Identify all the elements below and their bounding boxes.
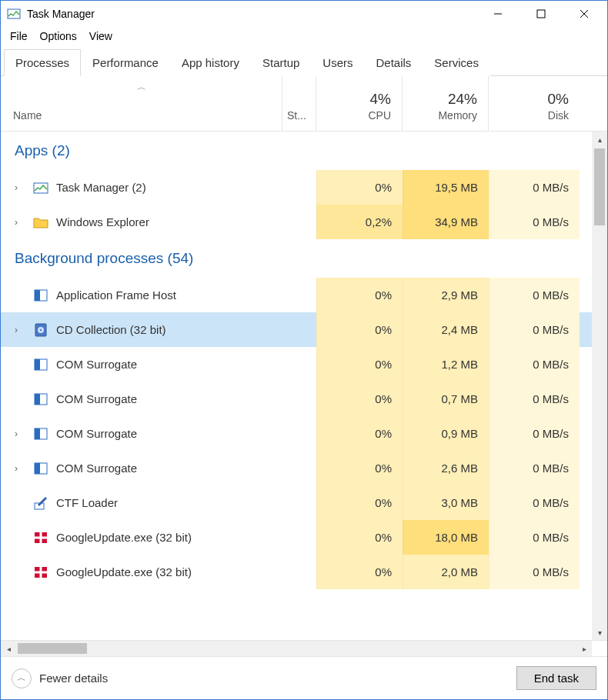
memory-cell: 19,5 MB bbox=[403, 170, 489, 205]
maximize-button[interactable] bbox=[519, 1, 563, 27]
process-row[interactable]: ›Task Manager (2)0%19,5 MB0 MB/s bbox=[1, 170, 592, 205]
disk-cell: 0 MB/s bbox=[489, 451, 580, 485]
memory-cell: 2,4 MB bbox=[403, 312, 489, 347]
column-name[interactable]: ︿ Name bbox=[1, 76, 282, 131]
process-row[interactable]: GoogleUpdate.exe (32 bit)0%18,0 MB0 MB/s bbox=[1, 520, 592, 555]
process-name: COM Surrogate bbox=[56, 462, 137, 475]
disk-cell: 0 MB/s bbox=[489, 555, 580, 589]
disk-cell: 0 MB/s bbox=[489, 382, 580, 416]
winapp-icon bbox=[33, 392, 48, 407]
disk-cell: 0 MB/s bbox=[489, 485, 580, 520]
column-memory[interactable]: 24% Memory bbox=[403, 76, 489, 131]
tab-performance[interactable]: Performance bbox=[81, 49, 170, 76]
expand-icon[interactable]: › bbox=[15, 217, 25, 228]
cpu-cell: 0% bbox=[316, 278, 403, 312]
tab-processes[interactable]: Processes bbox=[4, 49, 81, 76]
task-manager-window: Task Manager File Options View Processes… bbox=[0, 0, 608, 700]
scrollbar-thumb[interactable] bbox=[594, 148, 605, 225]
cpu-cell: 0% bbox=[316, 312, 403, 347]
memory-cell: 18,0 MB bbox=[403, 520, 489, 555]
memory-cell: 3,0 MB bbox=[403, 485, 489, 520]
process-row[interactable]: COM Surrogate0%0,7 MB0 MB/s bbox=[1, 382, 592, 416]
process-name: COM Surrogate bbox=[56, 427, 137, 440]
svg-rect-2 bbox=[537, 10, 545, 18]
process-name: CD Collection (32 bit) bbox=[56, 323, 166, 336]
disk-cell: 0 MB/s bbox=[489, 347, 580, 382]
tabstrip: Processes Performance App history Startu… bbox=[1, 48, 607, 76]
cpu-cell: 0% bbox=[316, 170, 403, 205]
svg-rect-18 bbox=[35, 463, 40, 474]
winapp-icon bbox=[33, 288, 48, 303]
footer: ︿ Fewer details End task bbox=[1, 656, 607, 699]
svg-rect-16 bbox=[35, 428, 40, 439]
process-row[interactable]: COM Surrogate0%1,2 MB0 MB/s bbox=[1, 347, 592, 382]
tab-startup[interactable]: Startup bbox=[251, 49, 311, 76]
process-row[interactable]: CTF Loader0%3,0 MB0 MB/s bbox=[1, 485, 592, 520]
disk-cell: 0 MB/s bbox=[489, 312, 580, 347]
end-task-button[interactable]: End task bbox=[516, 666, 596, 690]
process-name: GoogleUpdate.exe (32 bit) bbox=[56, 531, 192, 544]
cpu-cell: 0,2% bbox=[316, 205, 403, 239]
menubar: File Options View bbox=[1, 27, 607, 45]
process-row[interactable]: ›COM Surrogate0%0,9 MB0 MB/s bbox=[1, 416, 592, 451]
fewer-details-button[interactable]: ︿ Fewer details bbox=[12, 668, 108, 688]
tab-app-history[interactable]: App history bbox=[170, 49, 251, 76]
cpu-cell: 0% bbox=[316, 555, 403, 589]
cpu-cell: 0% bbox=[316, 520, 403, 555]
expand-icon[interactable]: › bbox=[15, 325, 25, 335]
vertical-scrollbar[interactable]: ▴ ▾ bbox=[592, 132, 607, 640]
column-disk[interactable]: 0% Disk bbox=[489, 76, 580, 131]
memory-cell: 1,2 MB bbox=[403, 347, 489, 382]
disk-cell: 0 MB/s bbox=[489, 170, 580, 205]
dk-icon bbox=[33, 565, 48, 580]
column-cpu[interactable]: 4% CPU bbox=[316, 76, 403, 131]
scroll-right-icon[interactable]: ▸ bbox=[576, 641, 592, 656]
process-name: Windows Explorer bbox=[56, 215, 149, 228]
process-row[interactable]: ›Windows Explorer0,2%34,9 MB0 MB/s bbox=[1, 205, 592, 239]
titlebar[interactable]: Task Manager bbox=[1, 1, 607, 27]
minimize-button[interactable] bbox=[476, 1, 519, 27]
memory-cell: 0,9 MB bbox=[403, 416, 489, 451]
scroll-left-icon[interactable]: ◂ bbox=[1, 641, 16, 656]
disk-cell: 0 MB/s bbox=[489, 205, 580, 239]
memory-cell: 2,9 MB bbox=[403, 278, 489, 312]
tab-users[interactable]: Users bbox=[311, 49, 364, 76]
expand-icon[interactable]: › bbox=[15, 182, 25, 193]
memory-cell: 2,0 MB bbox=[403, 555, 489, 589]
svg-rect-7 bbox=[35, 290, 40, 301]
svg-rect-25 bbox=[35, 571, 47, 573]
column-status[interactable]: St... bbox=[282, 76, 316, 131]
expand-icon[interactable]: › bbox=[15, 463, 25, 474]
tab-services[interactable]: Services bbox=[423, 49, 490, 76]
svg-point-10 bbox=[40, 328, 42, 330]
sort-ascending-icon: ︿ bbox=[137, 81, 146, 94]
process-row[interactable]: Application Frame Host0%2,9 MB0 MB/s bbox=[1, 278, 592, 312]
hscrollbar-thumb[interactable] bbox=[18, 643, 87, 654]
process-name: Application Frame Host bbox=[56, 288, 176, 302]
column-headers: ︿ Name St... 4% CPU 24% Memory 0% Disk bbox=[1, 76, 607, 132]
process-row[interactable]: ›CD Collection (32 bit)0%2,4 MB0 MB/s bbox=[1, 312, 592, 347]
menu-file[interactable]: File bbox=[7, 28, 31, 44]
scroll-down-icon[interactable]: ▾ bbox=[592, 625, 607, 640]
menu-view[interactable]: View bbox=[86, 28, 115, 44]
disk-cell: 0 MB/s bbox=[489, 278, 580, 312]
scroll-up-icon[interactable]: ▴ bbox=[592, 132, 607, 147]
memory-cell: 0,7 MB bbox=[403, 382, 489, 416]
menu-options[interactable]: Options bbox=[37, 28, 80, 44]
close-button[interactable] bbox=[563, 1, 606, 27]
memory-cell: 34,9 MB bbox=[403, 205, 489, 239]
svg-rect-22 bbox=[35, 536, 47, 538]
horizontal-scrollbar[interactable]: ◂ ▸ bbox=[1, 641, 592, 656]
process-row[interactable]: GoogleUpdate.exe (32 bit)0%2,0 MB0 MB/s bbox=[1, 555, 592, 589]
cpu-cell: 0% bbox=[316, 485, 403, 520]
expand-icon[interactable]: › bbox=[15, 428, 25, 439]
process-row[interactable]: ›COM Surrogate0%2,6 MB0 MB/s bbox=[1, 451, 592, 485]
winapp-icon bbox=[33, 426, 48, 442]
process-name: COM Surrogate bbox=[56, 358, 137, 371]
group-apps: Apps (2) bbox=[1, 132, 592, 170]
window-title: Task Manager bbox=[27, 8, 476, 20]
ctf-icon bbox=[33, 495, 48, 511]
cpu-cell: 0% bbox=[316, 382, 403, 416]
tab-details[interactable]: Details bbox=[365, 49, 423, 76]
process-name: CTF Loader bbox=[56, 496, 118, 509]
